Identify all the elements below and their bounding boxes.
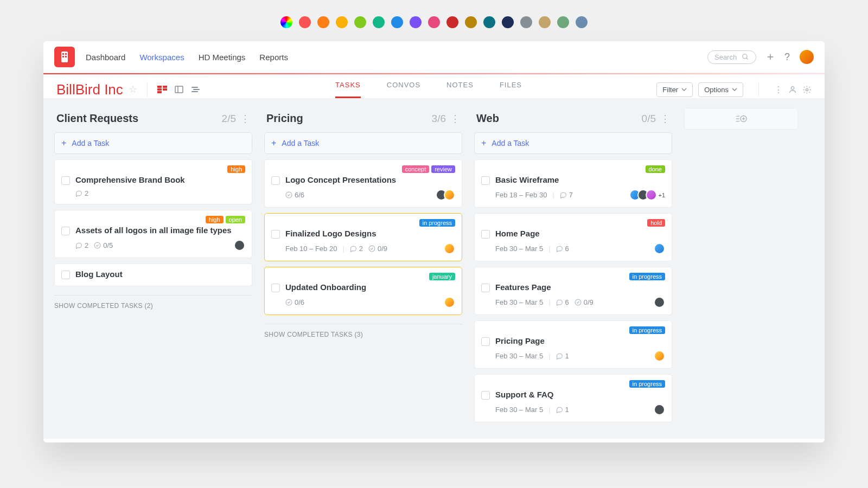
task-checkbox[interactable] (61, 176, 70, 185)
color-swatch[interactable] (502, 16, 514, 28)
task-card[interactable]: in progressPricing PageFeb 30 – Mar 5|1 (474, 320, 672, 369)
task-checkbox[interactable] (61, 271, 70, 279)
topbar: DashboardWorkspacesHD MeetingsReports Se… (43, 41, 825, 73)
color-swatch[interactable] (373, 16, 385, 28)
nav-workspaces[interactable]: Workspaces (139, 53, 184, 62)
color-swatch[interactable] (391, 16, 403, 28)
avatar[interactable] (654, 297, 665, 308)
color-swatch[interactable] (520, 16, 532, 28)
list-view-icon[interactable] (191, 86, 201, 93)
color-palette (0, 0, 868, 41)
avatar[interactable] (654, 350, 665, 362)
task-checkbox[interactable] (271, 230, 280, 239)
add-task-label: Add a Task (492, 139, 529, 147)
avatar[interactable] (444, 243, 455, 254)
task-checkbox[interactable] (61, 227, 70, 235)
color-swatch[interactable] (465, 16, 477, 28)
task-card[interactable]: januaryUpdated Onboarding0/6 (264, 267, 462, 315)
column-count: 3/6 (432, 113, 446, 125)
options-button[interactable]: Options (698, 82, 743, 97)
task-checkbox[interactable] (481, 391, 490, 400)
tag-row: hold (481, 219, 665, 227)
help-icon[interactable]: ? (784, 52, 790, 63)
task-card[interactable]: highopenAssets of all logos in all image… (54, 210, 252, 258)
star-icon[interactable]: ☆ (129, 84, 137, 95)
task-card[interactable]: conceptreviewLogo Concept Presentations6… (264, 159, 462, 208)
tab-notes[interactable]: NOTES (446, 81, 474, 98)
content-tabs: TASKSCONVOSNOTESFILES (335, 81, 522, 98)
add-column-button[interactable] (684, 108, 798, 130)
column-menu-icon[interactable]: ⋮ (240, 113, 250, 125)
color-swatch[interactable] (336, 16, 348, 28)
color-swatch[interactable] (576, 16, 588, 28)
svg-point-16 (791, 87, 794, 89)
person-icon[interactable] (788, 85, 797, 94)
search-input[interactable]: Search (707, 50, 756, 64)
task-card[interactable]: doneBasic WireframeFeb 18 – Feb 30|7+1 (474, 159, 672, 208)
column-menu-icon[interactable]: ⋮ (450, 113, 460, 125)
task-card[interactable]: highComprehensive Brand Book2 (54, 159, 252, 204)
gear-icon[interactable] (802, 85, 812, 94)
color-swatch[interactable] (428, 16, 440, 28)
split-view-icon[interactable] (175, 86, 183, 93)
svg-rect-14 (175, 86, 183, 93)
filter-button[interactable]: Filter (656, 82, 693, 97)
task-checkbox[interactable] (481, 284, 490, 292)
tag-progress: in progress (419, 219, 455, 227)
add-icon[interactable] (766, 53, 775, 61)
task-card[interactable]: in progressFeatures PageFeb 30 – Mar 5|6… (474, 267, 672, 315)
avatar[interactable] (444, 297, 455, 308)
task-card[interactable]: in progressSupport & FAQFeb 30 – Mar 5|1 (474, 374, 672, 422)
task-checkbox[interactable] (481, 176, 490, 185)
nav-reports[interactable]: Reports (259, 53, 288, 62)
tab-files[interactable]: FILES (500, 81, 522, 98)
nav-hd-meetings[interactable]: HD Meetings (199, 53, 246, 62)
color-swatch[interactable] (483, 16, 495, 28)
color-swatch[interactable] (410, 16, 422, 28)
task-title: Support & FAQ (495, 390, 665, 399)
tag-row: conceptreview (271, 165, 455, 173)
color-swatch[interactable] (299, 16, 311, 28)
nav-dashboard[interactable]: Dashboard (86, 53, 125, 62)
task-title: Home Page (495, 229, 665, 238)
show-completed-link[interactable]: SHOW COMPLETED TASKS (3) (264, 324, 462, 338)
avatar[interactable] (654, 243, 665, 254)
color-swatch[interactable] (354, 16, 366, 28)
task-checkbox[interactable] (481, 337, 490, 346)
user-avatar[interactable] (800, 50, 814, 64)
avatar[interactable] (646, 189, 657, 201)
tab-convos[interactable]: CONVOS (387, 81, 420, 98)
task-card[interactable]: in progressFinalized Logo DesignsFeb 10 … (264, 213, 462, 261)
task-meta: Feb 10 – Feb 20|20/9 (285, 243, 455, 254)
color-swatch[interactable] (446, 16, 458, 28)
app-logo[interactable] (54, 47, 75, 67)
svg-rect-12 (163, 86, 167, 88)
color-swatch[interactable] (280, 16, 292, 28)
avatar[interactable] (654, 404, 665, 415)
more-icon[interactable]: ⋮ (774, 85, 783, 95)
kanban-board: Client Requests2/5⋮+Add a TaskhighCompre… (43, 98, 825, 439)
task-title: Finalized Logo Designs (285, 229, 455, 238)
svg-rect-11 (157, 91, 162, 93)
color-swatch[interactable] (317, 16, 329, 28)
divider (147, 82, 148, 97)
more-avatars[interactable]: +1 (658, 192, 665, 198)
add-task-button[interactable]: +Add a Task (264, 132, 462, 154)
color-swatch[interactable] (557, 16, 569, 28)
task-card[interactable]: holdHome PageFeb 30 – Mar 5|6 (474, 213, 672, 261)
task-checkbox[interactable] (271, 284, 280, 292)
task-checkbox[interactable] (481, 230, 490, 239)
add-task-button[interactable]: +Add a Task (54, 132, 252, 154)
board-view-icon[interactable] (157, 86, 167, 93)
task-card[interactable]: Blog Layout (54, 264, 252, 286)
column-menu-icon[interactable]: ⋮ (660, 113, 670, 125)
assignee-avatars (657, 297, 665, 308)
show-completed-link[interactable]: SHOW COMPLETED TASKS (2) (54, 295, 252, 310)
color-swatch[interactable] (539, 16, 551, 28)
task-checkbox[interactable] (271, 176, 280, 185)
avatar[interactable] (234, 240, 245, 251)
column-client-requests: Client Requests2/5⋮+Add a TaskhighCompre… (54, 108, 252, 429)
tab-tasks[interactable]: TASKS (335, 81, 361, 98)
add-task-button[interactable]: +Add a Task (474, 132, 672, 154)
avatar[interactable] (444, 189, 455, 201)
